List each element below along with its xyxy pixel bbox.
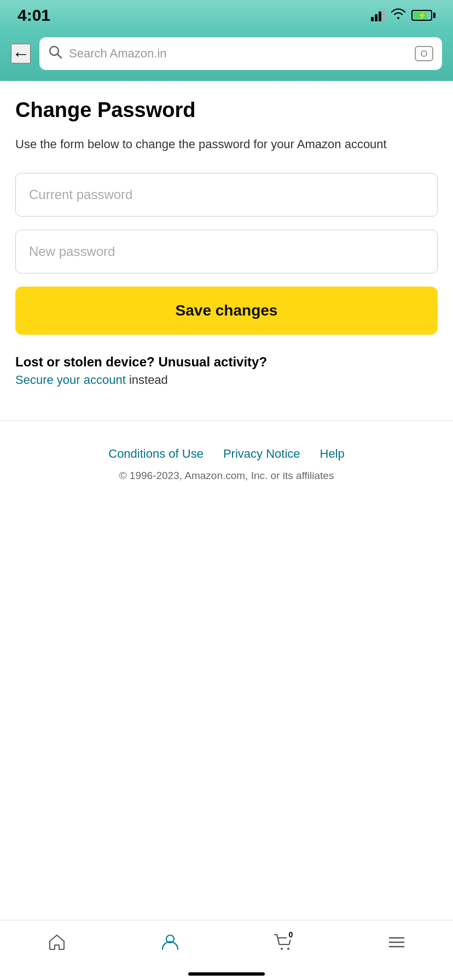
privacy-notice-link[interactable]: Privacy Notice	[223, 447, 300, 461]
home-icon	[47, 932, 67, 957]
main-content: Change Password Use the form below to ch…	[0, 81, 453, 515]
page-title: Change Password	[15, 98, 438, 122]
current-password-group	[15, 173, 438, 217]
conditions-of-use-link[interactable]: Conditions of Use	[108, 447, 204, 461]
status-time: 4:01	[18, 6, 50, 25]
account-icon	[160, 932, 180, 957]
security-title: Lost or stolen device? Unusual activity?	[15, 354, 438, 370]
footer: Conditions of Use Privacy Notice Help © …	[15, 447, 438, 515]
page-description: Use the form below to change the passwor…	[15, 135, 438, 153]
nav-home[interactable]	[34, 928, 80, 961]
signal-icon	[371, 9, 385, 21]
save-changes-button[interactable]: Save changes	[15, 287, 438, 335]
menu-icon	[387, 932, 406, 957]
footer-copyright: © 1996-2023, Amazon.com, Inc. or its aff…	[15, 470, 438, 482]
home-indicator	[188, 972, 265, 976]
nav-account[interactable]	[147, 928, 193, 961]
camera-icon[interactable]	[415, 46, 433, 61]
new-password-group	[15, 230, 438, 273]
status-icons: ⚡	[371, 8, 435, 23]
security-description: Secure your account instead	[15, 373, 438, 387]
current-password-input[interactable]	[15, 173, 438, 217]
new-password-input[interactable]	[15, 230, 438, 273]
search-bar-area: ← Search Amazon.in	[0, 31, 453, 81]
svg-line-1	[57, 54, 61, 58]
divider	[0, 420, 453, 421]
help-link[interactable]: Help	[320, 447, 345, 461]
security-rest: instead	[126, 373, 168, 387]
svg-point-3	[281, 948, 283, 950]
search-box[interactable]: Search Amazon.in	[39, 37, 442, 70]
cart-container: 0	[274, 932, 293, 957]
nav-menu[interactable]	[374, 928, 420, 961]
back-button[interactable]: ←	[11, 44, 31, 63]
footer-links: Conditions of Use Privacy Notice Help	[15, 447, 438, 461]
nav-cart[interactable]: 0	[260, 928, 306, 961]
wifi-icon	[391, 8, 406, 23]
status-bar: 4:01 ⚡	[0, 0, 453, 31]
bottom-nav: 0	[0, 920, 453, 980]
battery-icon: ⚡	[411, 10, 435, 21]
cart-badge: 0	[286, 929, 297, 940]
search-icon	[48, 45, 62, 62]
security-section: Lost or stolen device? Unusual activity?…	[15, 354, 438, 387]
search-placeholder: Search Amazon.in	[69, 46, 408, 61]
svg-point-4	[287, 948, 289, 950]
secure-account-link[interactable]: Secure your account	[15, 373, 126, 387]
